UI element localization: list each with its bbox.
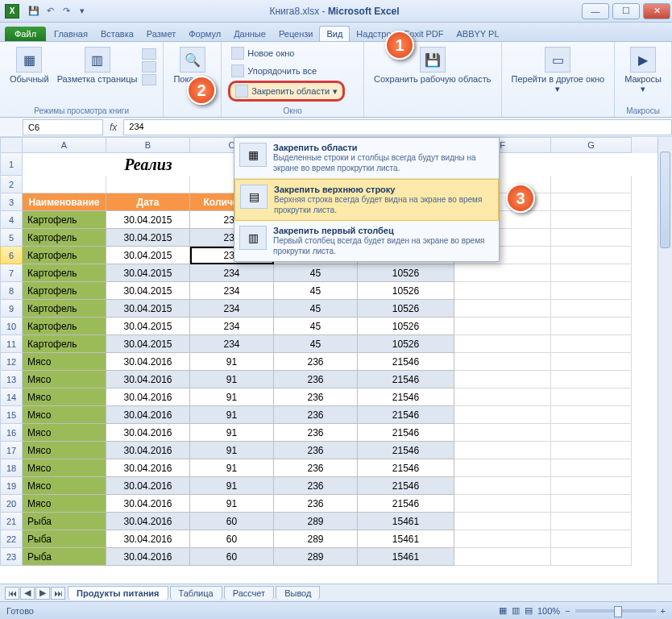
cell[interactable]: 236 bbox=[274, 406, 358, 424]
cell[interactable]: 91 bbox=[190, 388, 274, 406]
fullscreen-icon[interactable] bbox=[142, 74, 156, 85]
cell[interactable]: Мясо bbox=[23, 353, 106, 371]
cell[interactable]: 60 bbox=[190, 530, 274, 548]
zoom-slider[interactable] bbox=[575, 609, 656, 613]
sheet-nav-last-icon[interactable]: ⏭ bbox=[51, 587, 65, 600]
sheet-tab-active[interactable]: Продукты питания bbox=[68, 586, 168, 600]
cell[interactable]: Картофель bbox=[23, 335, 106, 353]
sheet-nav-next-icon[interactable]: ▶ bbox=[35, 587, 50, 600]
freeze-panes-option[interactable]: ▦ Закрепить областиВыделенные строки и с… bbox=[234, 138, 499, 179]
cell[interactable]: 21546 bbox=[358, 371, 454, 388]
tab-review[interactable]: Рецензи bbox=[272, 27, 320, 41]
cell[interactable]: 236 bbox=[274, 495, 358, 513]
cell[interactable]: 236 bbox=[274, 477, 358, 495]
cell[interactable]: 60 bbox=[190, 548, 274, 566]
pagebreak-icon[interactable] bbox=[142, 48, 156, 60]
cell[interactable]: 234 bbox=[190, 282, 274, 300]
undo-icon[interactable]: ↶ bbox=[44, 5, 56, 18]
freeze-panes-button[interactable]: Закрепить области▾ bbox=[228, 81, 345, 102]
cell[interactable]: 21546 bbox=[358, 495, 454, 513]
cell[interactable]: Мясо bbox=[23, 477, 106, 495]
cell[interactable]: 289 bbox=[274, 513, 358, 530]
close-button[interactable]: ✕ bbox=[643, 3, 670, 19]
cell[interactable]: 10526 bbox=[358, 300, 454, 318]
cell[interactable]: 30.04.2016 bbox=[106, 424, 190, 442]
qat-dropdown-icon[interactable]: ▾ bbox=[76, 5, 89, 18]
row-header[interactable]: 23 bbox=[0, 548, 23, 566]
cell[interactable]: Картофель bbox=[23, 264, 106, 282]
row-header[interactable]: 13 bbox=[0, 371, 23, 388]
cell[interactable]: 91 bbox=[190, 406, 274, 424]
cell[interactable]: 30.04.2015 bbox=[106, 282, 190, 300]
cell[interactable]: 30.04.2016 bbox=[106, 353, 190, 371]
cell[interactable]: 21546 bbox=[358, 424, 454, 442]
cell[interactable]: 30.04.2015 bbox=[106, 335, 190, 353]
vertical-scrollbar[interactable] bbox=[657, 137, 672, 584]
cell[interactable]: Картофель bbox=[23, 211, 106, 229]
cell[interactable]: 30.04.2016 bbox=[106, 388, 190, 406]
sheet-tab[interactable]: Рассчет bbox=[224, 586, 275, 600]
zoom-level[interactable]: 100% bbox=[537, 606, 560, 616]
tab-layout[interactable]: Размет bbox=[140, 27, 182, 41]
row-header[interactable]: 19 bbox=[0, 477, 23, 495]
cell[interactable]: 45 bbox=[274, 318, 358, 335]
custom-views-icon[interactable] bbox=[142, 61, 156, 73]
row-header[interactable]: 2 bbox=[0, 176, 23, 193]
tab-insert[interactable]: Вставка bbox=[94, 27, 140, 41]
cell[interactable]: 21546 bbox=[358, 406, 454, 424]
row-header[interactable]: 15 bbox=[0, 406, 23, 424]
freeze-first-col-option[interactable]: ▥ Закрепить первый столбецПервый столбец… bbox=[234, 221, 499, 261]
row-header[interactable]: 1 bbox=[0, 153, 23, 176]
row-header[interactable]: 16 bbox=[0, 424, 23, 442]
cell[interactable]: 10526 bbox=[358, 318, 454, 335]
sheet-nav-buttons[interactable]: ⏮ ◀ ▶ ⏭ bbox=[5, 587, 66, 600]
row-header[interactable]: 21 bbox=[0, 513, 23, 530]
cell[interactable]: 21546 bbox=[358, 477, 454, 495]
maximize-button[interactable]: ☐ bbox=[612, 3, 640, 19]
switch-window-button[interactable]: ▭ Перейти в другое окно▾ bbox=[508, 45, 608, 96]
cell[interactable]: 236 bbox=[274, 388, 358, 406]
cell[interactable]: 15461 bbox=[358, 548, 454, 566]
cell[interactable]: 30.04.2016 bbox=[106, 530, 190, 548]
cell[interactable]: 21546 bbox=[358, 353, 454, 371]
table-header[interactable]: Дата bbox=[106, 193, 190, 211]
cell[interactable]: Рыба bbox=[23, 530, 106, 548]
sheet-nav-first-icon[interactable]: ⏮ bbox=[5, 587, 19, 600]
cell[interactable]: 15461 bbox=[358, 513, 454, 530]
cell[interactable]: Рыба bbox=[23, 548, 106, 566]
table-header[interactable]: Наименование bbox=[23, 193, 106, 211]
tab-home[interactable]: Главная bbox=[48, 27, 94, 41]
row-header[interactable]: 7 bbox=[0, 264, 23, 282]
cell[interactable]: 234 bbox=[190, 318, 274, 335]
cell[interactable]: Мясо bbox=[23, 424, 106, 442]
formula-bar[interactable]: 234 bbox=[123, 119, 672, 135]
row-header[interactable]: 3 bbox=[0, 193, 23, 211]
cell[interactable]: Мясо bbox=[23, 388, 106, 406]
row-header[interactable]: 17 bbox=[0, 442, 23, 459]
page-layout-button[interactable]: ▥ Разметка страницы bbox=[54, 45, 141, 85]
cell[interactable]: Картофель bbox=[23, 300, 106, 318]
row-header[interactable]: 10 bbox=[0, 318, 23, 335]
tab-abbyy[interactable]: ABBYY PL bbox=[450, 27, 506, 41]
cell[interactable]: Мясо bbox=[23, 371, 106, 388]
quick-access-toolbar[interactable]: 💾 ↶ ↷ ▾ bbox=[27, 5, 89, 18]
tab-formulas[interactable]: Формул bbox=[182, 27, 227, 41]
normal-view-button[interactable]: ▦ Обычный bbox=[6, 45, 52, 85]
row-header[interactable]: 18 bbox=[0, 459, 23, 477]
cell[interactable]: 30.04.2016 bbox=[106, 459, 190, 477]
new-window-button[interactable]: Новое окно bbox=[228, 45, 345, 61]
cell[interactable]: 30.04.2016 bbox=[106, 371, 190, 388]
row-header[interactable]: 4 bbox=[0, 211, 23, 229]
cell[interactable]: 60 bbox=[190, 513, 274, 530]
tab-data[interactable]: Данные bbox=[227, 27, 272, 41]
macros-button[interactable]: ▶ Макросы▾ bbox=[621, 45, 665, 96]
column-header[interactable]: G bbox=[551, 137, 632, 153]
sheet-tab[interactable]: Таблица bbox=[170, 586, 222, 600]
cell[interactable]: 234 bbox=[190, 264, 274, 282]
cell[interactable]: 30.04.2016 bbox=[106, 406, 190, 424]
column-header[interactable]: A bbox=[23, 137, 106, 153]
cell[interactable]: 30.04.2015 bbox=[106, 247, 190, 264]
freeze-top-row-option[interactable]: ▤ Закрепить верхнюю строкуВерхняя строка… bbox=[234, 179, 499, 221]
cell[interactable]: 10526 bbox=[358, 335, 454, 353]
cell[interactable]: 30.04.2015 bbox=[106, 300, 190, 318]
